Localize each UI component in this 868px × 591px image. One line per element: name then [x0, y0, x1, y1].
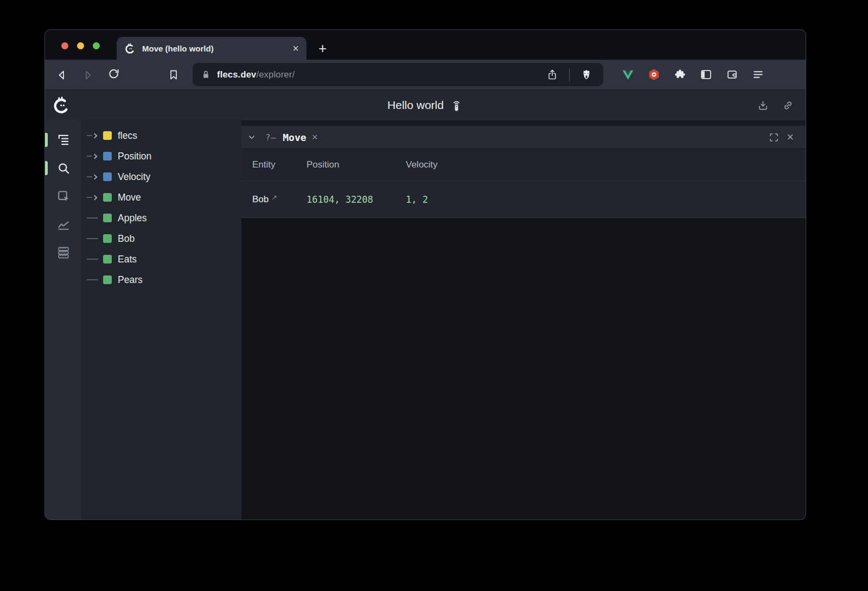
- tree-item-velocity[interactable]: Velocity: [81, 166, 241, 187]
- back-button[interactable]: [53, 66, 71, 84]
- tab-title: Move (hello world): [142, 44, 286, 53]
- download-button[interactable]: [754, 96, 772, 114]
- query-title[interactable]: Move: [283, 132, 306, 143]
- url-divider: [569, 68, 570, 81]
- fullscreen-icon[interactable]: [768, 132, 780, 143]
- query-panel: ?– Move × × Enti: [241, 120, 806, 519]
- active-panel-indicator: [45, 133, 48, 147]
- reload-button[interactable]: [105, 66, 123, 84]
- extensions-row: [621, 67, 765, 82]
- tree-item-label[interactable]: Pears: [118, 274, 143, 286]
- vue-devtools-icon[interactable]: [621, 67, 635, 82]
- position-value: 16104, 32208: [307, 194, 406, 205]
- table-row[interactable]: Bob ↗ 16104, 32208 1, 2: [241, 181, 806, 218]
- hex-extension-icon[interactable]: [647, 67, 661, 82]
- expand-chevron-icon[interactable]: [87, 196, 103, 200]
- entity-swatch: [103, 152, 112, 160]
- forward-button[interactable]: [79, 66, 97, 84]
- result-table-header: Entity Position Velocity: [241, 149, 806, 181]
- tree-item-move[interactable]: Move: [81, 187, 241, 208]
- search-panel-icon[interactable]: [56, 160, 71, 176]
- close-window-button[interactable]: [61, 42, 68, 49]
- tree-item-label[interactable]: Move: [118, 192, 141, 203]
- chevron-down-icon[interactable]: [246, 131, 258, 143]
- entity-link-arrow-icon[interactable]: ↗: [271, 193, 277, 201]
- zoom-window-button[interactable]: [93, 42, 100, 49]
- tree-guide-line: [87, 259, 103, 260]
- column-header-velocity: Velocity: [406, 159, 806, 170]
- panel-empty-area: [241, 218, 806, 519]
- explorer-header: Hello world: [45, 89, 806, 120]
- browser-window: Move (hello world) × + flecs.dev/explore…: [45, 30, 806, 519]
- bookmark-button[interactable]: [164, 66, 183, 84]
- tree-item-apples[interactable]: Apples: [81, 208, 241, 228]
- minimize-window-button[interactable]: [77, 42, 84, 49]
- inspector-panel-icon[interactable]: [56, 189, 71, 204]
- tree-item-label[interactable]: Eats: [118, 254, 137, 265]
- tree-item-label[interactable]: flecs: [118, 130, 137, 142]
- url-domain: flecs.dev: [217, 69, 256, 79]
- panel-close-icon[interactable]: ×: [787, 131, 794, 143]
- tree-item-flecs[interactable]: flecs: [81, 125, 241, 146]
- entity-name[interactable]: Bob: [252, 194, 269, 205]
- tab-bar: Move (hello world) × +: [45, 30, 806, 60]
- menu-icon[interactable]: [751, 67, 765, 82]
- chart-panel-icon[interactable]: [56, 217, 71, 232]
- entity-swatch: [103, 172, 112, 181]
- tab-close-icon[interactable]: ×: [292, 43, 299, 54]
- wallet-icon[interactable]: [725, 67, 739, 82]
- query-header: ?– Move × ×: [241, 126, 806, 149]
- entity-swatch: [103, 275, 112, 284]
- panel-rail: [45, 120, 81, 519]
- extensions-puzzle-icon[interactable]: [673, 67, 687, 82]
- tree-item-label[interactable]: Position: [118, 151, 151, 162]
- tree-panel-icon[interactable]: [56, 132, 71, 147]
- tree-item-label[interactable]: Velocity: [118, 171, 150, 183]
- url-bar[interactable]: flecs.dev/explorer/: [193, 63, 603, 86]
- tree-item-pears[interactable]: Pears: [81, 269, 241, 290]
- remote-connection-icon: [450, 99, 463, 112]
- world-title: Hello world: [387, 99, 444, 112]
- brave-shield-icon[interactable]: [577, 66, 596, 84]
- expand-chevron-icon[interactable]: [87, 134, 103, 138]
- tree-item-eats[interactable]: Eats: [81, 249, 241, 269]
- new-tab-button[interactable]: +: [318, 41, 327, 55]
- tree-item-label[interactable]: Bob: [118, 233, 135, 245]
- entity-swatch: [103, 214, 112, 222]
- active-panel-indicator: [45, 161, 48, 175]
- traffic-lights: [61, 42, 100, 49]
- tree-guide-line: [87, 217, 103, 219]
- query-prefix: ?–: [265, 132, 276, 143]
- tree-guide-line: [87, 238, 103, 239]
- entity-swatch: [103, 131, 112, 140]
- tree-item-position[interactable]: Position: [81, 146, 241, 166]
- browser-toolbar: flecs.dev/explorer/: [45, 60, 806, 89]
- flecs-logo-icon: [52, 96, 71, 114]
- velocity-value: 1, 2: [406, 194, 806, 205]
- share-button[interactable]: [543, 66, 561, 84]
- url-text: flecs.dev/explorer/: [217, 69, 295, 80]
- expand-chevron-icon[interactable]: [87, 155, 103, 158]
- browser-tab[interactable]: Move (hello world) ×: [117, 37, 307, 60]
- tree-guide-line: [87, 279, 103, 280]
- tree-item-bob[interactable]: Bob: [81, 228, 241, 249]
- column-header-entity: Entity: [252, 159, 307, 170]
- column-header-position: Position: [307, 159, 406, 170]
- url-path: /explorer/: [256, 69, 295, 79]
- entity-swatch: [103, 234, 112, 243]
- lock-icon: [200, 69, 212, 80]
- panel-gap: [241, 120, 806, 126]
- query-close-icon[interactable]: ×: [312, 131, 318, 143]
- entity-swatch: [103, 255, 112, 264]
- link-button[interactable]: [778, 96, 797, 114]
- stats-panel-icon[interactable]: [56, 245, 71, 260]
- tree-item-label[interactable]: Apples: [118, 213, 147, 224]
- expand-chevron-icon[interactable]: [87, 175, 103, 179]
- entity-swatch: [103, 193, 112, 202]
- sidebar-toggle-icon[interactable]: [699, 67, 713, 82]
- flecs-favicon-icon: [124, 43, 136, 54]
- entity-tree-panel: flecs Position Velocity Move Apples: [81, 120, 241, 519]
- entity-cell[interactable]: Bob ↗: [252, 194, 307, 205]
